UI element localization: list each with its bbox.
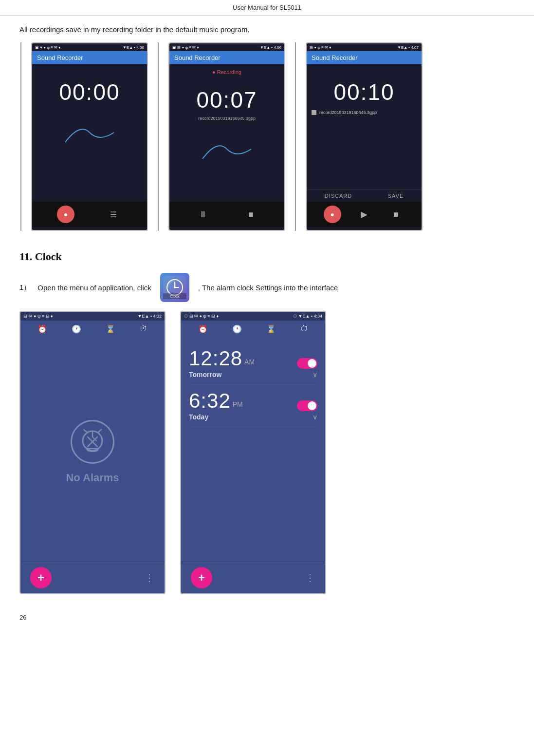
svg-text:Clock: Clock [170,294,180,299]
separator-2 [158,42,159,231]
record-button-1[interactable]: ● [57,206,74,223]
waveform-2 [169,130,284,169]
alarm-chevron-2[interactable]: ∨ [313,413,317,421]
alarm-time-1: 12:28 [189,348,242,369]
alarm-item-2: 6:32 PM Today ∨ [189,385,317,427]
recorder-time-2: 00:07 [196,87,257,113]
alarm-time-group-1: 12:28 AM [189,348,255,369]
clock-status-bar-1: ⊟ ✉ ● ψ ≡ ⊟ ♦ ▼E▲ ▪ 4:32 [20,312,165,321]
svg-line-9 [98,430,101,432]
recorder-header-2: Sound Recorder [169,51,284,64]
tab-alarm-2[interactable]: ⏰ [198,324,208,334]
status-bar-2: ▣ ⊟ ● ψ ≡ ✉ ♦ ▼E▲ ▪ 4:06 [169,43,284,51]
alarm-time-group-2: 6:32 PM [189,391,243,411]
alarm-label-1: Tomorrow [189,371,221,378]
alarm-label-row-1: Tomorrow ∨ [189,371,317,378]
file-icon [312,110,316,115]
separator-3 [295,42,296,231]
step-1-row: 1） Open the menu of application, click [19,273,515,302]
recorder-screen-3: ⊟ ● ψ ≡ ✉ ♦ ▼E▲ ▪ 4:07 Sound Recorder 00… [306,42,423,231]
pause-button[interactable]: ⏸ [194,206,212,223]
no-alarms-icon [71,420,114,464]
list-button-1[interactable]: ☰ [105,206,122,223]
alarm-label-2: Today [189,413,208,421]
recorder-screen-1: ▣ ♥ ● ψ ≡ ✉ ♦ ▼E▲ ▪ 4:06 Sound Recorder … [31,42,148,231]
clock-status-right-1: ▼E▲ ▪ 4:32 [137,314,162,319]
tab-timer-2[interactable]: ⌛ [266,324,276,334]
status-icons-right-2: ▼E▲ ▪ 4:06 [260,45,281,50]
recorder-controls-1: ● ☰ [32,202,147,227]
recorder-time-3: 00:10 [333,79,394,105]
status-icons-right-3: ▼E▲ ▪ 4:07 [397,45,419,50]
more-menu-button-2[interactable]: ⋮ [305,572,315,584]
recorder-header-3: Sound Recorder [307,51,422,64]
status-icons-left-1: ▣ ♥ ● ψ ≡ ✉ ♦ [35,45,60,50]
save-label[interactable]: SAVE [388,193,404,199]
status-icons-right-1: ▼E▲ ▪ 4:06 [123,45,144,50]
tab-clock-1[interactable]: 🕐 [72,324,81,334]
status-bar-3: ⊟ ● ψ ≡ ✉ ♦ ▼E▲ ▪ 4:07 [307,43,422,51]
alarm-ampm-1: AM [244,358,255,366]
clock-screenshots: ⊟ ✉ ● ψ ≡ ⊟ ♦ ▼E▲ ▪ 4:32 ⏰ 🕐 ⌛ ⏱ [19,311,515,594]
recording-label: ● Recording [212,69,241,75]
svg-line-8 [84,430,87,432]
tab-stopwatch-1[interactable]: ⏱ [140,324,147,334]
intro-text: All recordings save in my recording fold… [19,25,515,34]
tab-alarm-1[interactable]: ⏰ [37,324,47,334]
waveform-1 [32,113,147,152]
page-header: User Manual for SL5011 [0,0,534,16]
recorder-header-1: Sound Recorder [32,51,147,64]
file-info-bar: record20150319160645.3gpp [307,108,422,117]
alarm-item-1: 12:28 AM Tomorrow ∨ [189,342,317,385]
stop-button-3[interactable]: ⏹ [387,206,405,223]
more-menu-button-1[interactable]: ⋮ [145,572,155,584]
stop-button-2[interactable]: ⏹ [242,206,259,223]
no-alarms-text: No Alarms [66,472,119,484]
add-alarm-button-1[interactable]: + [30,567,52,588]
clock-status-right-2: ☉ ▼E▲ ▪ 4:34 [293,314,322,319]
recorder-controls-2: ⏸ ⏹ [169,202,284,227]
recorder-filename-2: record20150319160645.3gpp [198,116,256,121]
clock-tab-bar-2: ⏰ 🕐 ⌛ ⏱ [181,321,325,338]
section-header: 11. Clock [19,250,515,263]
discard-save-bar: DISCARD SAVE [307,189,422,202]
step-suffix: , The alarm clock Settings into the inte… [198,284,338,292]
recorder-body-1: 00:00 ● ☰ [32,64,147,230]
alarm-ampm-2: PM [233,400,243,408]
record-button-3[interactable]: ● [324,206,341,223]
alarm-time-row-2: 6:32 PM [189,391,317,411]
clock-screen-1: ⊟ ✉ ● ψ ≡ ⊟ ♦ ▼E▲ ▪ 4:32 ⏰ 🕐 ⌛ ⏱ [19,311,166,594]
recorder-body-2: ● Recording 00:07 record20150319160645.3… [169,64,284,230]
alarm-time-2: 6:32 [189,391,231,411]
header-title: User Manual for SL5011 [233,4,301,11]
clock-status-bar-2: ☉ ⊟ ✉ ● ψ ≡ ⊟ ♦ ☉ ▼E▲ ▪ 4:34 [181,312,325,321]
section-title: Clock [35,250,62,263]
recorder-filename-3: record20150319160645.3gpp [319,110,377,115]
page-number: 26 [19,614,515,621]
svg-point-4 [174,286,176,288]
add-alarm-button-2[interactable]: + [191,567,212,588]
clock-tab-bar-1: ⏰ 🕐 ⌛ ⏱ [20,321,165,338]
play-button-3[interactable]: ▶ [355,206,373,223]
alarm-chevron-1[interactable]: ∨ [313,371,317,378]
status-bar-1: ▣ ♥ ● ψ ≡ ✉ ♦ ▼E▲ ▪ 4:06 [32,43,147,51]
discard-label[interactable]: DISCARD [325,193,352,199]
alarm-toggle-2[interactable] [297,400,317,411]
sound-recorder-screenshots: ▣ ♥ ● ψ ≡ ✉ ♦ ▼E▲ ▪ 4:06 Sound Recorder … [19,42,515,231]
status-icons-left-3: ⊟ ● ψ ≡ ✉ ♦ [310,45,331,50]
tab-timer-1[interactable]: ⌛ [106,324,115,334]
alarm-toggle-1[interactable] [297,358,317,369]
recorder-controls-3: ● ▶ ⏹ [307,202,422,227]
clock-app-icon[interactable]: Clock [160,273,189,302]
clock-bottom-bar-1: + ⋮ [20,562,165,593]
separator-1 [20,42,21,231]
recorder-screen-2: ▣ ⊟ ● ψ ≡ ✉ ♦ ▼E▲ ▪ 4:06 Sound Recorder … [168,42,285,231]
tab-stopwatch-2[interactable]: ⏱ [300,324,308,334]
step-number: 1） [19,283,31,292]
section-number: 11. [19,250,32,263]
tab-clock-2[interactable]: 🕐 [232,324,242,334]
recorder-time-1: 00:00 [59,79,120,105]
clock-body-1: No Alarms [20,338,165,562]
clock-status-left-1: ⊟ ✉ ● ψ ≡ ⊟ ♦ [23,314,53,319]
alarm-body: 12:28 AM Tomorrow ∨ 6:32 [181,338,325,562]
